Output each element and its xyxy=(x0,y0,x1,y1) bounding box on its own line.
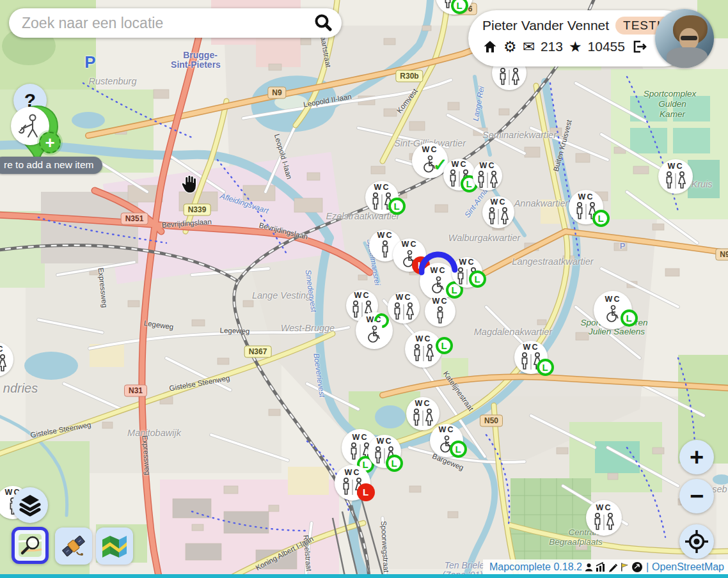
changesets-count: 10455 xyxy=(588,39,625,54)
toilet-mw-icon xyxy=(390,302,418,322)
toilet-marker[interactable]: WC xyxy=(0,342,13,377)
messages-count: 213 xyxy=(541,39,563,54)
location-search-bar xyxy=(9,8,342,38)
wc-label: WC xyxy=(452,160,468,169)
wc-label: WC xyxy=(0,345,4,354)
marker-status-badge: L xyxy=(592,210,610,227)
copyright-circle-icon[interactable] xyxy=(631,561,643,573)
toilet-marker[interactable]: WC xyxy=(482,196,514,228)
wc-label: WC xyxy=(668,162,684,171)
changesets-star-icon[interactable]: ★ xyxy=(569,40,582,54)
toilet-mw-icon xyxy=(495,68,523,87)
zoom-out-button[interactable]: − xyxy=(679,479,714,513)
marker-status-badge: L xyxy=(436,337,453,354)
toilet-marker[interactable]: WC xyxy=(658,159,693,194)
mapcomplete-version-link[interactable]: Mapcomplete 0.18.2 xyxy=(489,561,582,573)
toilet-marker[interactable]: WC xyxy=(388,292,420,324)
marker-status-badge: L xyxy=(357,483,375,501)
map-markers-layer: WCLWCWC✓WCLWCWCLWCWCLWCWCWCLWCLWCLWCWCWC… xyxy=(0,0,728,578)
basemap-map-button[interactable] xyxy=(96,527,133,565)
wc-label: WC xyxy=(354,292,370,300)
wc-label: WC xyxy=(415,400,431,408)
toilet-mw-icon xyxy=(473,171,502,190)
geolocate-crosshair-icon xyxy=(684,529,709,554)
wc-label: WC xyxy=(605,295,621,304)
folded-map-icon xyxy=(101,535,128,558)
wc-label: WC xyxy=(432,297,448,306)
marker-status-badge: L xyxy=(621,309,638,327)
wc-label: WC xyxy=(439,426,455,434)
mapcomplete-app: RustenburgSint-GilliskwartierSeminariekw… xyxy=(0,0,728,578)
toilet-marker[interactable]: WC xyxy=(425,296,455,327)
logout-icon[interactable] xyxy=(631,39,647,54)
wc-label: WC xyxy=(352,434,368,442)
wc-label: WC xyxy=(523,343,539,352)
wc-label: WC xyxy=(596,504,612,512)
basemap-osm-carto-button[interactable] xyxy=(12,527,49,564)
osm-carto-magnifier-icon xyxy=(17,533,43,558)
wc-label: WC xyxy=(491,198,507,207)
search-input[interactable] xyxy=(20,14,311,33)
marker-status-badge: L xyxy=(386,455,403,472)
wc-label: WC xyxy=(422,146,438,154)
toilet-mw-icon xyxy=(409,344,438,363)
contributor-icon[interactable] xyxy=(584,562,594,572)
add-item-tooltip: re to add a new item xyxy=(0,157,102,174)
toilet-mw-icon xyxy=(590,513,618,532)
wc-label: WC xyxy=(480,162,496,170)
marker-status-badge: L xyxy=(388,198,406,215)
attribution-bar: Mapcomplete 0.18.2 | OpenStreetMap xyxy=(483,559,728,575)
marker-status-badge: L xyxy=(451,0,468,14)
edit-pencil-icon[interactable] xyxy=(608,562,618,572)
marker-status-badge: L xyxy=(450,441,467,458)
toilet-mw-icon xyxy=(661,171,690,191)
wc-label: WC xyxy=(416,335,432,343)
settings-gear-icon[interactable]: ⚙ xyxy=(503,40,517,54)
search-button[interactable] xyxy=(311,11,335,35)
toilet-marker[interactable]: WC xyxy=(473,161,502,191)
statistics-icon[interactable] xyxy=(596,562,606,572)
home-icon[interactable] xyxy=(482,39,498,54)
toilet-marker[interactable]: WC xyxy=(586,500,622,536)
wc-label: WC xyxy=(377,437,393,446)
search-icon xyxy=(312,12,334,34)
geolocate-button[interactable] xyxy=(679,524,714,559)
openstreetmap-link[interactable]: OpenStreetMap xyxy=(652,561,724,573)
wc-label: WC xyxy=(459,258,475,267)
wc-label: WC xyxy=(345,469,361,477)
user-avatar[interactable] xyxy=(655,9,714,68)
messages-envelope-icon[interactable]: ✉ xyxy=(523,40,535,54)
bottom-edge-bar xyxy=(0,574,728,578)
zoom-in-button[interactable]: + xyxy=(679,440,714,474)
toilet-mw-icon xyxy=(484,207,512,226)
toilet-mw-icon xyxy=(409,409,437,428)
add-plus-button[interactable]: + xyxy=(39,132,61,153)
wc-label: WC xyxy=(431,267,447,275)
basemap-satellite-button[interactable] xyxy=(55,527,92,565)
wc-label: WC xyxy=(578,193,594,201)
attribution-separator: | xyxy=(646,561,649,573)
wc-label: WC xyxy=(377,231,393,240)
josm-flag-icon[interactable] xyxy=(620,562,629,572)
wc-label: WC xyxy=(402,240,418,249)
marker-status-badge: L xyxy=(469,270,486,288)
wc-label: WC xyxy=(396,293,412,302)
marker-status-badge: L xyxy=(537,359,554,376)
avatar-glasses xyxy=(681,36,697,40)
toilet-single-icon xyxy=(433,306,447,325)
toilet-single-icon xyxy=(378,240,392,260)
satellite-icon xyxy=(60,533,87,559)
toilet-mw-icon xyxy=(0,354,10,373)
layers-button[interactable] xyxy=(12,487,48,523)
wc-label: WC xyxy=(374,184,390,192)
user-name: Pieter Vander Vennet xyxy=(482,18,609,33)
layers-icon xyxy=(17,492,43,518)
toilet-marker[interactable]: WC xyxy=(406,397,439,430)
